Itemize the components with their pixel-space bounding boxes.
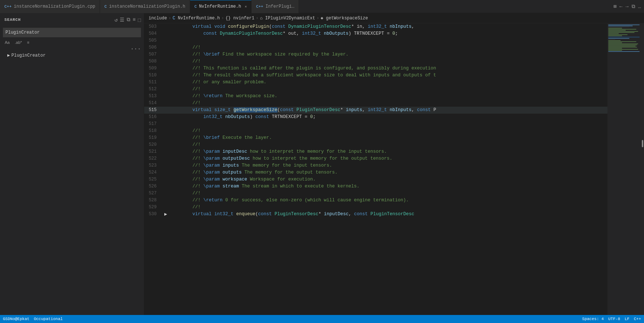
line-content-507: //! \brief Find the workspace size requi… xyxy=(169,51,607,58)
tab-instancenormalizationplugin-h[interactable]: C instanceNormalizationPlugin.h xyxy=(100,0,190,13)
code-line-530: 530 ▶ virtual int32_t enqueue(const Plug… xyxy=(144,211,607,218)
navigate-forward-icon[interactable]: → xyxy=(625,4,628,10)
code-line-514: 514 //! xyxy=(144,100,607,107)
code-line-510: 510 //! The result should be a sufficien… xyxy=(144,72,607,79)
search-input[interactable] xyxy=(5,30,138,35)
line-number-526: 526 xyxy=(144,183,162,190)
toggle-panel-icon[interactable]: ⧉ xyxy=(632,4,635,10)
breadcrumb-sep-1: › xyxy=(168,16,171,21)
match-word-button[interactable]: .ab* xyxy=(13,39,24,45)
use-regex-button[interactable]: ≡ xyxy=(25,39,31,45)
line-content-529: //! xyxy=(169,204,607,211)
line-number-514: 514 xyxy=(144,100,162,107)
minimap-line xyxy=(608,28,622,28)
c-icon: C xyxy=(104,4,107,9)
code-line-503: 503 virtual void configurePlugin(const D… xyxy=(144,23,607,30)
minimap-line xyxy=(608,42,622,43)
tab-actions: ⊞ ← → ⧉ … xyxy=(610,3,644,10)
breadcrumb-include[interactable]: include xyxy=(149,16,167,21)
refresh-icon[interactable]: ↺ xyxy=(115,17,118,23)
line-number-529: 529 xyxy=(144,204,162,211)
line-content-521: //! \param inputDesc how to interpret th… xyxy=(169,148,607,155)
breadcrumb-class[interactable]: ⌂ IPluginV2DynamicExt xyxy=(260,16,315,21)
breadcrumb-sep-2: › xyxy=(221,16,224,21)
code-line-516: 516 int32_t nbOutputs) const TRTNOEXCEPT… xyxy=(144,114,607,121)
code-line-522: 522 //! \param outputDesc how to interpr… xyxy=(144,155,607,162)
code-line-515: 515 virtual size_t getWorkspaceSize(cons… xyxy=(144,107,607,114)
code-line-525: 525 //! \param workspace Workspace for e… xyxy=(144,176,607,183)
minimap-line xyxy=(608,29,636,30)
tab-inferplugi[interactable]: C++ InferPlugi… xyxy=(252,0,299,13)
tab-instancenormalizationplugin-cpp[interactable]: C++ instanceNormalizationPlugin.cpp xyxy=(0,0,100,13)
minimap-line xyxy=(608,38,629,39)
sidebar: SEARCH ↺ ☰ ⧉ ≡ ⬚ Aa .ab* ≡ ··· xyxy=(0,13,144,315)
breadcrumb-namespace[interactable]: {} nvinfer1 xyxy=(225,16,254,21)
status-line-ending[interactable]: LF xyxy=(625,317,629,321)
minimap-scrollbar[interactable] xyxy=(642,140,643,147)
expand-icon[interactable]: ⬚ xyxy=(138,17,141,23)
minimap-line xyxy=(608,48,622,49)
editor-wrapper: 503 virtual void configurePlugin(const D… xyxy=(144,23,644,315)
more-actions-icon[interactable]: … xyxy=(638,4,641,10)
split-editor-icon[interactable]: ⊞ xyxy=(613,3,616,10)
more-menu-icon[interactable]: ··· xyxy=(130,46,141,52)
tab-bar: C++ instanceNormalizationPlugin.cpp C in… xyxy=(0,0,644,13)
breadcrumb-file[interactable]: C NvInferRuntime.h xyxy=(173,16,220,21)
main-area: SEARCH ↺ ☰ ⧉ ≡ ⬚ Aa .ab* ≡ ··· xyxy=(0,13,644,315)
line-number-512: 512 xyxy=(144,86,162,93)
minimap-line xyxy=(608,30,626,31)
line-content-504: const DynamicPluginTensorDesc* out, int3… xyxy=(169,30,607,37)
code-container[interactable]: 503 virtual void configurePlugin(const D… xyxy=(144,23,607,315)
line-content-527: //! xyxy=(169,190,607,197)
collapse-icon[interactable]: ≡ xyxy=(133,17,135,23)
line-number-516: 516 xyxy=(144,114,162,121)
line-content-518: //! xyxy=(169,128,607,134)
breadcrumb-method[interactable]: ◈ getWorkspaceSize xyxy=(321,15,368,21)
line-content-519: //! \brief Execute the layer. xyxy=(169,134,607,141)
line-content-515: virtual size_t getWorkspaceSize(const Pl… xyxy=(169,107,607,114)
tab-nvinferruntime-h[interactable]: C NvInferRuntime.h ✕ xyxy=(190,0,252,13)
code-line-504: 504 const DynamicPluginTensorDesc* out, … xyxy=(144,30,607,37)
cpp-icon-2: C++ xyxy=(256,4,263,9)
status-role: Occupational xyxy=(34,317,63,321)
line-content-514: //! xyxy=(169,100,607,107)
status-language[interactable]: C++ xyxy=(634,317,641,321)
status-encoding[interactable]: UTF-8 xyxy=(608,317,620,321)
minimap-line xyxy=(608,27,629,27)
minimap-line xyxy=(608,50,622,51)
code-line-513: 513 //! \return The workspace size. xyxy=(144,93,607,100)
code-line-519: 519 //! \brief Execute the layer. xyxy=(144,134,607,141)
minimap-line xyxy=(608,49,638,50)
code-line-506: 506 //! xyxy=(144,44,607,51)
line-content-522: //! \param outputDesc how to interpret t… xyxy=(169,155,607,162)
tab-label: instanceNormalizationPlugin.h xyxy=(109,4,185,9)
clear-search-icon[interactable]: ☰ xyxy=(120,17,124,23)
status-right: Spaces: 4 UTF-8 LF C++ xyxy=(582,317,641,321)
minimap-line xyxy=(608,32,635,33)
status-spaces[interactable]: Spaces: 4 xyxy=(582,317,604,321)
code-line-529: 529 //! xyxy=(144,204,607,211)
line-content-523: //! \param inputs The memory for the inp… xyxy=(169,162,607,169)
code-line-509: 509 //! This function is called after th… xyxy=(144,65,607,72)
line-number-508: 508 xyxy=(144,58,162,65)
code-line-526: 526 //! \param stream The stream in whic… xyxy=(144,183,607,190)
code-line-521: 521 //! \param inputDesc how to interpre… xyxy=(144,148,607,155)
line-number-504: 504 xyxy=(144,30,162,37)
sidebar-title: SEARCH xyxy=(0,13,25,26)
line-content-520: //! xyxy=(169,141,607,148)
line-number-530: 530 xyxy=(144,211,162,218)
line-number-507: 507 xyxy=(144,51,162,58)
open-new-icon[interactable]: ⧉ xyxy=(127,17,130,23)
match-case-button[interactable]: Aa xyxy=(3,39,11,45)
line-number-523: 523 xyxy=(144,162,162,169)
minimap-line xyxy=(608,35,622,36)
tab-close-button[interactable]: ✕ xyxy=(245,4,247,9)
line-content-530: virtual int32_t enqueue(const PluginTens… xyxy=(169,211,607,218)
tree-item-plugincreator[interactable]: ▶ PluginCreator xyxy=(0,52,144,59)
line-number-511: 511 xyxy=(144,79,162,86)
navigate-back-icon[interactable]: ← xyxy=(620,4,622,10)
minimap xyxy=(607,23,644,315)
line-content-510: //! The result should be a sufficient wo… xyxy=(169,72,607,79)
line-content-503: virtual void configurePlugin(const Dynam… xyxy=(169,23,607,30)
line-content-512: //! xyxy=(169,86,607,93)
